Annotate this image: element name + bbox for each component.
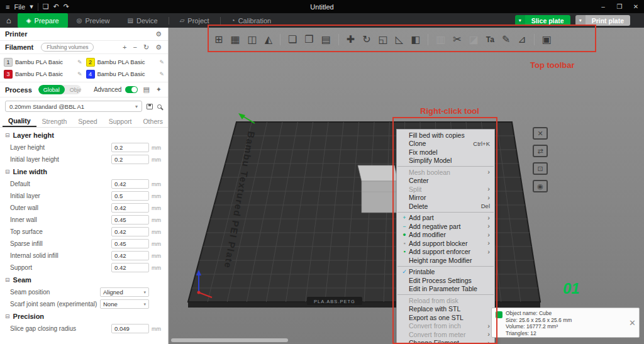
printer-settings-gear-icon[interactable]: ⚙: [154, 30, 163, 38]
undo-icon[interactable]: ↶: [53, 3, 59, 11]
add-filament-button[interactable]: +: [121, 43, 128, 51]
section-header-layer-height[interactable]: ⊟Layer height: [0, 129, 168, 141]
sync-filament-icon[interactable]: ↻: [142, 43, 150, 52]
object-list-icon[interactable]: ▤: [321, 35, 331, 45]
split-object-icon[interactable]: ◧: [411, 35, 420, 45]
tab-support[interactable]: Support: [103, 115, 138, 127]
collapse-icon[interactable]: ⊟: [5, 169, 10, 175]
param-input-layer-height[interactable]: [111, 143, 149, 152]
close-icon[interactable]: ✕: [629, 318, 636, 328]
maximize-button[interactable]: ❐: [611, 0, 628, 13]
auto-arrange-icon[interactable]: ◫: [248, 35, 257, 45]
filament-color-swatch[interactable]: 4: [86, 70, 95, 79]
variable-layer-height-icon[interactable]: ▥: [436, 35, 445, 45]
auto-orient-icon[interactable]: ◭: [265, 35, 272, 45]
shuffle-plate-icon[interactable]: ⇄: [533, 145, 548, 157]
add-model-icon[interactable]: ⊞: [214, 35, 223, 45]
param-input-outer-wall[interactable]: [111, 203, 149, 213]
rotate-icon[interactable]: ↻: [362, 35, 370, 45]
filament-slot-1[interactable]: 1Bambu PLA Basic✎: [4, 57, 82, 67]
file-menu[interactable]: File: [14, 3, 25, 11]
param-input-support[interactable]: [111, 263, 149, 272]
preset-compare-icon[interactable]: ✦: [155, 86, 163, 94]
tab-device[interactable]: ▤Device: [119, 13, 167, 28]
menu-item-fix-model[interactable]: Fix model: [397, 148, 494, 157]
tab-strength[interactable]: Strength: [36, 115, 73, 127]
menu-item-fill-bed-with-copies[interactable]: Fill bed with copies: [397, 131, 494, 140]
menu-item-export-as-one-stl[interactable]: Export as one STL: [397, 313, 494, 322]
new-project-icon[interactable]: ❏: [43, 3, 49, 11]
app-menu-icon[interactable]: ≡: [6, 3, 9, 11]
menu-item-edit-in-parameter-table[interactable]: Edit in Parameter Table: [397, 285, 494, 294]
flushing-volumes-button[interactable]: Flushing volumes: [41, 43, 94, 52]
menu-item-height-range-modifier[interactable]: Height range Modifier: [397, 256, 494, 265]
filament-slot-2[interactable]: 2Bambu PLA Basic✎: [86, 57, 165, 67]
tab-calibration[interactable]: ◔Calibration: [223, 13, 280, 28]
param-input-default[interactable]: [111, 179, 149, 189]
filament-edit-icon[interactable]: ✎: [159, 59, 164, 65]
menu-item-change-filament[interactable]: Change Filament›: [397, 339, 494, 344]
menu-item-reload-from-disk[interactable]: Reload from disk: [397, 296, 494, 305]
menu-item-add-support-enforcer[interactable]: ▪Add support enforcer›: [397, 248, 494, 257]
tab-others[interactable]: Others: [137, 115, 169, 127]
filament-slot-3[interactable]: 3Bambu PLA Basic✎: [4, 69, 82, 79]
horizontal-scrollbar[interactable]: [171, 338, 288, 342]
param-input-internal-solid-infill[interactable]: [111, 251, 149, 260]
menu-item-mirror[interactable]: Mirror›: [397, 194, 494, 203]
assembly-view-icon[interactable]: ▣: [542, 35, 552, 45]
close-button[interactable]: ✕: [628, 0, 644, 13]
minimize-button[interactable]: –: [595, 0, 611, 13]
section-header-line-width[interactable]: ⊟Line width: [0, 165, 168, 178]
filament-settings-gear-icon[interactable]: ⚙: [154, 43, 163, 52]
search-preset-icon[interactable]: [157, 104, 162, 109]
collapse-icon[interactable]: ⊟: [5, 313, 10, 319]
slice-plate-button[interactable]: ▾ Slice plate: [515, 15, 570, 26]
filament-edit-icon[interactable]: ✎: [77, 71, 82, 77]
save-preset-icon[interactable]: [147, 104, 153, 109]
menu-item-clone[interactable]: CloneCtrl+K: [397, 140, 494, 148]
menu-item-split[interactable]: Split›: [397, 185, 494, 194]
menu-item-edit-process-settings[interactable]: Edit Process Settings: [397, 276, 494, 285]
menu-item-center[interactable]: Center: [397, 177, 494, 186]
advanced-toggle[interactable]: [125, 86, 138, 93]
param-input-top-surface[interactable]: [111, 227, 149, 236]
cut-tool-icon[interactable]: ✂: [453, 35, 461, 45]
text-tool-icon[interactable]: Ta: [486, 36, 494, 43]
tab-preview[interactable]: ◎Preview: [68, 13, 119, 28]
lock-plate-icon[interactable]: ⊡: [533, 162, 548, 175]
param-input-inner-wall[interactable]: [111, 215, 149, 225]
print-plate-button[interactable]: ▾ Print plate: [575, 15, 630, 26]
process-preset-dropdown[interactable]: 0.20mm Standard @BBL A1 ▾: [5, 101, 142, 112]
menu-item-add-modifier[interactable]: ●Add modifier›: [397, 231, 494, 240]
process-objects-tab[interactable]: Objects: [65, 85, 81, 94]
menu-item-replace-with-stl[interactable]: Replace with STL: [397, 305, 494, 314]
param-input-initial-layer-height[interactable]: [111, 155, 149, 164]
paint-tool-icon[interactable]: ✎: [502, 35, 510, 45]
filament-edit-icon[interactable]: ✎: [159, 71, 164, 77]
remove-filament-button[interactable]: −: [131, 43, 138, 51]
slice-options-chevron-icon[interactable]: ▾: [515, 15, 525, 26]
menu-item-add-negative-part[interactable]: −Add negative part›: [397, 222, 494, 231]
filament-color-swatch[interactable]: 1: [4, 58, 13, 67]
tab-prepare[interactable]: ◈Prepare: [18, 13, 68, 28]
filament-color-swatch[interactable]: 3: [4, 70, 13, 79]
tab-quality[interactable]: Quality: [3, 115, 36, 127]
menu-item-mesh-boolean[interactable]: Mesh boolean›: [397, 168, 494, 177]
collapse-icon[interactable]: ⊟: [5, 132, 10, 138]
section-header-precision[interactable]: ⊟Precision: [0, 310, 168, 323]
mesh-boolean-tool-icon[interactable]: ◪: [469, 35, 479, 45]
tab-speed[interactable]: Speed: [72, 115, 103, 127]
menu-item-add-part[interactable]: +Add part›: [397, 214, 494, 223]
home-icon[interactable]: ⌂: [0, 16, 18, 25]
param-input-sparse-infill[interactable]: [111, 239, 149, 248]
collapse-icon[interactable]: ⊟: [5, 277, 10, 283]
chevron-down-icon[interactable]: ▾: [30, 3, 33, 11]
menu-item-convert-from-inch[interactable]: Convert from inch›: [397, 322, 494, 331]
move-icon[interactable]: ✚: [347, 35, 355, 45]
tab-project[interactable]: ▱Project: [171, 13, 218, 28]
filament-edit-icon[interactable]: ✎: [77, 59, 82, 65]
process-global-tab[interactable]: Global: [38, 85, 65, 94]
add-plate-icon[interactable]: ▦: [230, 35, 240, 45]
param-select-seam-position[interactable]: Aligned▾: [100, 287, 149, 297]
redo-icon[interactable]: ↷: [64, 3, 69, 11]
